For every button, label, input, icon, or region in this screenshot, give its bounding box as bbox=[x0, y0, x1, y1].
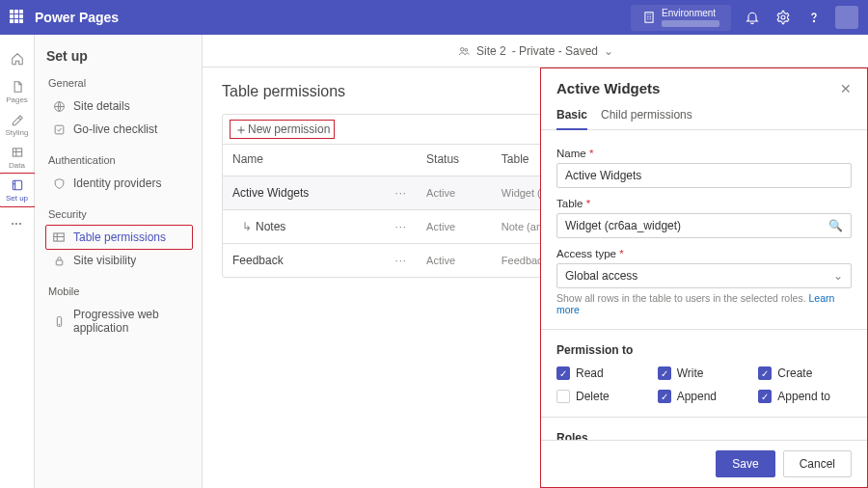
col-status[interactable]: Status bbox=[417, 145, 492, 176]
avatar[interactable] bbox=[835, 6, 858, 29]
svg-point-1 bbox=[781, 15, 785, 19]
checkbox-icon: ✓ bbox=[658, 390, 671, 403]
search-icon: 🔍 bbox=[828, 219, 843, 232]
access-type-select[interactable]: Global access ⌄ bbox=[556, 263, 852, 288]
main-area: Site 2 - Private - Saved ⌄ Table permiss… bbox=[203, 35, 868, 488]
sidebar-item-idp[interactable]: Identity providers bbox=[46, 172, 192, 195]
row-menu-icon[interactable]: ··· bbox=[394, 187, 407, 199]
rail-label: Data bbox=[9, 161, 25, 170]
site-details-icon bbox=[52, 99, 66, 113]
permission-to-title: Permission to bbox=[556, 343, 852, 357]
svg-rect-8 bbox=[56, 259, 63, 264]
name-input[interactable] bbox=[556, 163, 852, 188]
rail-home[interactable] bbox=[0, 42, 35, 75]
more-icon: ••• bbox=[12, 219, 22, 228]
home-icon bbox=[11, 52, 24, 66]
row-menu-icon[interactable]: ··· bbox=[394, 255, 407, 266]
svg-rect-0 bbox=[645, 13, 653, 23]
group-general: General bbox=[48, 77, 192, 89]
styling-icon bbox=[11, 113, 24, 126]
context-state: - Private - Saved bbox=[512, 44, 598, 58]
col-name[interactable]: Name bbox=[223, 145, 385, 176]
table-perm-icon bbox=[52, 230, 66, 244]
data-icon bbox=[11, 146, 24, 159]
panel-title: Active Widgets bbox=[556, 80, 840, 96]
sidebar-item-site-details[interactable]: Site details bbox=[46, 95, 192, 118]
chk-append-to[interactable]: ✓Append to bbox=[758, 390, 852, 403]
tab-child-permissions[interactable]: Child permissions bbox=[601, 102, 692, 129]
sidebar-item-table-permissions[interactable]: Table permissions bbox=[46, 226, 192, 249]
sidebar-item-label: Identity providers bbox=[73, 176, 161, 190]
sidebar-item-site-visibility[interactable]: Site visibility bbox=[46, 249, 192, 272]
new-permission-label: New permission bbox=[248, 122, 330, 136]
rail-label: Pages bbox=[6, 95, 28, 104]
svg-rect-6 bbox=[55, 125, 64, 134]
notifications-icon[interactable] bbox=[737, 0, 768, 35]
tab-basic[interactable]: Basic bbox=[556, 102, 587, 129]
rail-styling[interactable]: Styling bbox=[0, 108, 35, 141]
permission-grid: ✓Read ✓Write ✓Create Delete ✓Append ✓App… bbox=[556, 366, 852, 403]
rail-label: Styling bbox=[5, 128, 28, 137]
context-site[interactable]: Site 2 bbox=[476, 44, 506, 58]
waffle-icon[interactable] bbox=[10, 10, 25, 25]
environment-picker[interactable]: Environment bbox=[631, 5, 731, 31]
settings-icon[interactable] bbox=[768, 0, 799, 35]
side-panel: Set up General Site details Go-live chec… bbox=[35, 35, 203, 488]
group-mobile: Mobile bbox=[48, 285, 192, 297]
setup-icon bbox=[11, 178, 24, 192]
rail-more[interactable]: ••• bbox=[0, 206, 35, 239]
nav-rail: Pages Styling Data Set up ••• bbox=[0, 35, 35, 488]
people-icon bbox=[457, 44, 471, 58]
checkbox-icon: ✓ bbox=[556, 366, 570, 380]
chk-delete[interactable]: Delete bbox=[556, 390, 650, 403]
checkbox-icon: ✓ bbox=[658, 366, 671, 380]
checkbox-icon: ✓ bbox=[758, 390, 772, 403]
brand-name: Power Pages bbox=[35, 10, 119, 25]
svg-rect-4 bbox=[13, 180, 21, 189]
sidebar-item-label: Site details bbox=[73, 99, 130, 113]
rail-pages[interactable]: Pages bbox=[0, 75, 35, 108]
sidebar-item-golive[interactable]: Go-live checklist bbox=[46, 118, 192, 141]
close-icon[interactable]: ✕ bbox=[840, 81, 852, 96]
name-label: Name bbox=[556, 148, 852, 159]
side-panel-title: Set up bbox=[46, 48, 192, 64]
roles-title: Roles bbox=[556, 431, 852, 440]
svg-point-12 bbox=[465, 48, 468, 51]
context-bar: Site 2 - Private - Saved ⌄ bbox=[203, 35, 868, 68]
env-value-redacted bbox=[662, 20, 719, 27]
group-auth: Authentication bbox=[48, 154, 192, 166]
sidebar-item-label: Table permissions bbox=[73, 230, 166, 244]
checkbox-icon bbox=[556, 390, 570, 403]
table-label: Table bbox=[556, 198, 852, 209]
chk-read[interactable]: ✓Read bbox=[556, 366, 650, 380]
access-label: Access type bbox=[556, 248, 852, 259]
table-lookup[interactable]: Widget (cr6aa_widget) 🔍 bbox=[556, 213, 852, 238]
pages-icon bbox=[11, 80, 24, 94]
rail-data[interactable]: Data bbox=[0, 141, 35, 174]
group-security: Security bbox=[48, 208, 192, 220]
svg-point-10 bbox=[59, 324, 60, 325]
mobile-icon bbox=[52, 314, 66, 328]
chk-write[interactable]: ✓Write bbox=[658, 366, 751, 380]
cancel-button[interactable]: Cancel bbox=[783, 450, 852, 477]
save-button[interactable]: Save bbox=[716, 450, 774, 477]
checkbox-icon: ✓ bbox=[758, 366, 772, 380]
chevron-down-icon[interactable]: ⌄ bbox=[604, 44, 613, 58]
building-icon bbox=[642, 11, 656, 24]
chk-append[interactable]: ✓Append bbox=[658, 390, 751, 403]
chk-create[interactable]: ✓Create bbox=[758, 366, 852, 380]
rail-setup[interactable]: Set up bbox=[0, 174, 35, 206]
svg-rect-7 bbox=[54, 233, 65, 241]
row-menu-icon[interactable]: ··· bbox=[394, 221, 407, 232]
sidebar-item-label: Progressive web application bbox=[73, 308, 186, 335]
access-hint: Show all rows in the table to users in t… bbox=[556, 292, 852, 315]
svg-point-11 bbox=[460, 47, 464, 51]
chevron-down-icon: ⌄ bbox=[833, 269, 843, 283]
top-bar: Power Pages Environment bbox=[0, 0, 868, 35]
shield-icon bbox=[52, 176, 66, 190]
child-arrow-icon: ↳ bbox=[242, 220, 252, 233]
svg-rect-3 bbox=[13, 148, 21, 155]
sidebar-item-pwa[interactable]: Progressive web application bbox=[46, 303, 192, 339]
help-icon[interactable] bbox=[799, 0, 829, 35]
details-panel: Active Widgets ✕ Basic Child permissions… bbox=[540, 68, 868, 488]
